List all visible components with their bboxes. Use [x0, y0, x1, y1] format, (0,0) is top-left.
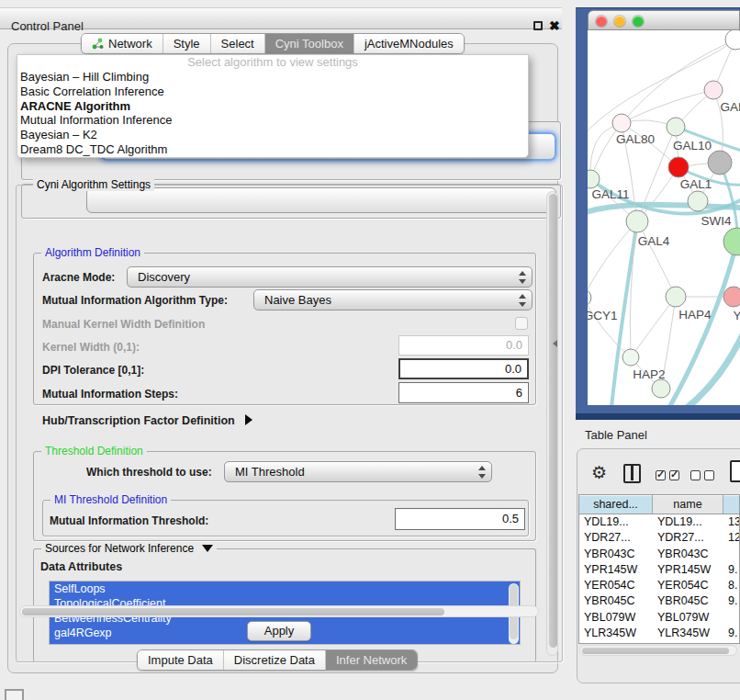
select-all-icon[interactable] — [656, 470, 666, 480]
tab-infer-network[interactable]: Infer Network — [326, 650, 417, 670]
attribute-item[interactable]: SelfLoops — [50, 581, 520, 596]
kernel-width-input[interactable]: 0.0 — [398, 335, 529, 356]
settings-scrollbar-thumb[interactable] — [549, 194, 557, 648]
column-header-3[interactable]: A — [723, 495, 740, 514]
network-node-hap4[interactable] — [666, 287, 686, 307]
network-node-hap2[interactable] — [622, 349, 639, 366]
tab-select[interactable]: Select — [211, 34, 265, 53]
close-icon[interactable]: ✖ — [549, 18, 560, 33]
collapse-down-icon[interactable] — [202, 545, 213, 552]
data-attributes-label: Data Attributes — [40, 560, 122, 573]
which-threshold-label: Which threshold to use: — [86, 466, 212, 479]
tab-label: Infer Network — [336, 650, 407, 670]
network-edge[interactable] — [631, 297, 676, 357]
column-header-1[interactable]: shared... — [579, 495, 653, 514]
table-row[interactable]: YIL052CYIL052C9 — [579, 641, 739, 644]
float-window-icon[interactable] — [533, 21, 543, 30]
network-node[interactable] — [708, 151, 732, 175]
network-edge[interactable] — [622, 40, 735, 123]
settings-hscrollbar[interactable] — [19, 605, 539, 617]
gear-icon[interactable]: ⚙ — [591, 463, 607, 483]
algorithm-option[interactable]: Bayesian – K2 — [17, 128, 528, 142]
network-node-y[interactable] — [723, 287, 740, 307]
node-label: Y — [733, 309, 740, 322]
table-hscrollbar-thumb[interactable] — [582, 648, 729, 654]
table-cell: 13 — [723, 514, 739, 530]
docked-panel-icon[interactable] — [5, 689, 24, 700]
settings-hscrollbar-thumb[interactable] — [22, 608, 444, 615]
splitter-collapse-icon[interactable] — [553, 340, 557, 347]
algorithm-option[interactable]: Mutual Information Inference — [17, 113, 528, 128]
table-hscrollbar[interactable] — [579, 645, 737, 656]
mi-steps-input[interactable]: 6 — [398, 382, 529, 403]
aracne-mode-value: Discovery — [138, 270, 190, 284]
new-table-icon[interactable] — [730, 460, 740, 482]
node-label: GCY1 — [588, 309, 617, 322]
network-canvas[interactable]: GALGAL80GAL10GAL1GAL11SWI4GAL4GCY1HAP4YH… — [588, 30, 740, 405]
network-node-gal[interactable] — [704, 81, 723, 99]
network-node-gal80[interactable] — [612, 114, 631, 132]
dpi-tolerance-input[interactable]: 0.0 — [398, 358, 529, 379]
tab-jactivemnodules[interactable]: jActiveMNodules — [354, 34, 464, 53]
network-node-gal1[interactable] — [668, 157, 689, 177]
table-row[interactable]: YLR345WYLR345W9. — [579, 626, 739, 641]
tab-label: jActiveMNodules — [364, 34, 454, 53]
control-panel-title: Control Panel — [11, 19, 84, 33]
table-row[interactable]: YER054CYER054C8. — [579, 578, 739, 593]
which-threshold-combo[interactable]: MI Threshold — [224, 461, 492, 482]
combo-stepper-icon — [477, 466, 485, 479]
tab-cyni-toolbox[interactable]: Cyni Toolbox — [265, 34, 354, 53]
network-edge[interactable] — [637, 221, 676, 297]
algorithm-option[interactable]: Bayesian – Hill Climbing — [17, 70, 528, 85]
hub-section-label[interactable]: Hub/Transcription Factor Definition — [42, 413, 252, 427]
table-row[interactable]: YPR145WYPR145W9. — [579, 562, 739, 578]
apply-button[interactable]: Apply — [247, 621, 311, 641]
settings-scrollbar[interactable] — [546, 191, 558, 656]
zoom-traffic-icon[interactable] — [633, 16, 644, 27]
tab-network[interactable]: Network — [82, 34, 163, 53]
select-all-icon[interactable] — [669, 470, 679, 480]
algorithm-option[interactable]: Basic Correlation Inference — [17, 85, 528, 99]
algorithm-option[interactable]: Dream8 DC_TDC Algorithm — [17, 142, 528, 157]
network-node[interactable] — [652, 379, 670, 398]
network-node-gal10[interactable] — [667, 118, 685, 136]
mi-algorithm-combo[interactable]: Naive Bayes — [253, 289, 533, 310]
table-cell — [723, 547, 739, 562]
table-cell: YDR27... — [579, 530, 653, 546]
expand-right-icon[interactable] — [245, 414, 252, 425]
node-label: GAL4 — [638, 234, 670, 248]
table-cell: YBR045C — [653, 593, 723, 609]
sources-title-text: Sources for Network Inference — [45, 542, 194, 555]
node-label: GAL11 — [591, 187, 629, 201]
table-row[interactable]: YBR045CYBR045C9. — [579, 593, 739, 609]
network-node-swi4[interactable] — [688, 191, 708, 211]
deselect-all-icon[interactable] — [704, 470, 714, 480]
network-graph[interactable]: GALGAL80GAL10GAL1GAL11SWI4GAL4GCY1HAP4YH… — [588, 30, 740, 405]
column-header-2[interactable]: name — [653, 495, 723, 514]
network-node[interactable] — [725, 30, 740, 50]
close-traffic-icon[interactable] — [596, 16, 607, 27]
network-window-titlebar[interactable] — [588, 10, 740, 30]
table-cell: YBL079W — [653, 610, 723, 626]
network-window-frame[interactable]: GALGAL80GAL10GAL1GAL11SWI4GAL4GCY1HAP4YH… — [576, 7, 740, 420]
network-node-gcy1[interactable] — [588, 289, 591, 306]
tab-style[interactable]: Style — [163, 34, 211, 53]
algorithm-option[interactable]: ARACNE Algorithm — [17, 99, 528, 114]
aracne-mode-label: Aracne Mode: — [42, 271, 115, 284]
network-node[interactable] — [723, 228, 740, 255]
network-node-gal4[interactable] — [626, 210, 648, 232]
mi-threshold-input[interactable]: 0.5 — [395, 508, 525, 530]
table-row[interactable]: YBR043CYBR043C — [579, 547, 739, 562]
tab-impute-data[interactable]: Impute Data — [138, 650, 224, 670]
table-row[interactable]: YDL19...YDL19...13 — [579, 514, 739, 530]
table-cell: YER054C — [579, 578, 653, 593]
network-edge[interactable] — [668, 242, 737, 405]
minimize-traffic-icon[interactable] — [614, 16, 625, 27]
column-layout-icon[interactable] — [623, 464, 641, 483]
table-row[interactable]: YDR27...YDR27...12 — [579, 530, 739, 546]
deselect-all-icon[interactable] — [690, 470, 701, 480]
aracne-mode-combo[interactable]: Discovery — [127, 266, 533, 288]
manual-kernel-checkbox[interactable] — [515, 317, 528, 330]
table-row[interactable]: YBL079WYBL079W — [579, 610, 739, 626]
tab-discretize-data[interactable]: Discretize Data — [224, 650, 326, 670]
